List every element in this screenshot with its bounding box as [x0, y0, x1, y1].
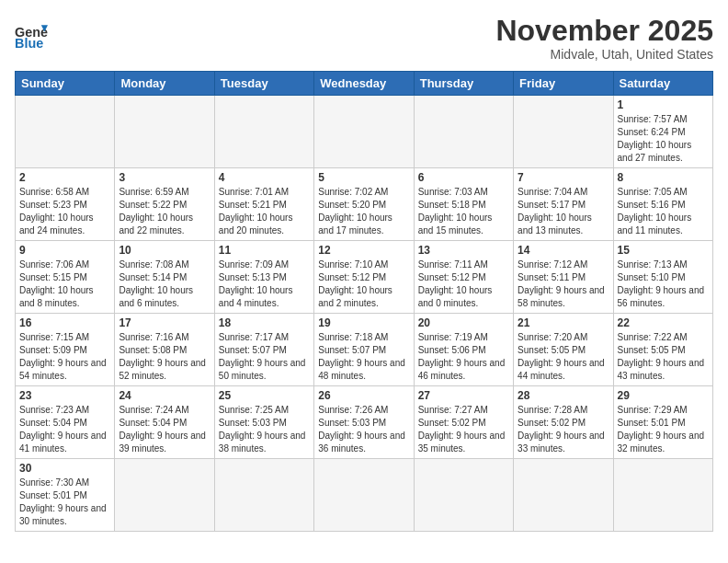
- title-block: November 2025 Midvale, Utah, United Stat…: [495, 15, 713, 62]
- calendar-table: SundayMondayTuesdayWednesdayThursdayFrid…: [15, 71, 713, 532]
- day-number: 25: [219, 389, 310, 402]
- calendar-cell: 21Sunrise: 7:20 AM Sunset: 5:05 PM Dayli…: [514, 314, 613, 386]
- day-info: Sunrise: 7:24 AM Sunset: 5:04 PM Dayligh…: [119, 404, 210, 455]
- day-number: 5: [318, 171, 409, 184]
- day-info: Sunrise: 7:18 AM Sunset: 5:07 PM Dayligh…: [318, 331, 409, 383]
- weekday-header-thursday: Thursday: [414, 72, 513, 96]
- location: Midvale, Utah, United States: [495, 47, 713, 62]
- day-info: Sunrise: 7:08 AM Sunset: 5:14 PM Dayligh…: [119, 259, 210, 310]
- day-info: Sunrise: 7:09 AM Sunset: 5:13 PM Dayligh…: [219, 259, 310, 310]
- calendar-cell: 14Sunrise: 7:12 AM Sunset: 5:11 PM Dayli…: [514, 241, 613, 314]
- week-row-1: 1Sunrise: 7:57 AM Sunset: 6:24 PM Daylig…: [16, 96, 713, 168]
- calendar-cell: 11Sunrise: 7:09 AM Sunset: 5:13 PM Dayli…: [214, 241, 313, 314]
- week-row-6: 30Sunrise: 7:30 AM Sunset: 5:01 PM Dayli…: [16, 459, 713, 532]
- weekday-header-wednesday: Wednesday: [314, 72, 414, 96]
- day-number: 21: [518, 316, 609, 329]
- calendar-cell: 13Sunrise: 7:11 AM Sunset: 5:12 PM Dayli…: [414, 241, 513, 314]
- day-number: 23: [19, 389, 110, 402]
- weekday-header-monday: Monday: [115, 72, 214, 96]
- calendar-cell: [314, 459, 414, 532]
- week-row-4: 16Sunrise: 7:15 AM Sunset: 5:09 PM Dayli…: [16, 314, 713, 386]
- calendar-cell: 3Sunrise: 6:59 AM Sunset: 5:22 PM Daylig…: [115, 168, 214, 241]
- calendar-cell: 10Sunrise: 7:08 AM Sunset: 5:14 PM Dayli…: [115, 241, 214, 314]
- day-info: Sunrise: 7:04 AM Sunset: 5:17 PM Dayligh…: [518, 186, 609, 237]
- day-number: 13: [418, 244, 509, 257]
- day-info: Sunrise: 7:26 AM Sunset: 5:03 PM Dayligh…: [318, 404, 409, 455]
- day-number: 19: [318, 316, 409, 329]
- calendar-cell: 15Sunrise: 7:13 AM Sunset: 5:10 PM Dayli…: [613, 241, 712, 314]
- day-number: 22: [618, 316, 709, 329]
- calendar-cell: [414, 96, 513, 168]
- calendar-cell: 9Sunrise: 7:06 AM Sunset: 5:15 PM Daylig…: [16, 241, 115, 314]
- day-info: Sunrise: 7:23 AM Sunset: 5:04 PM Dayligh…: [19, 404, 110, 455]
- day-info: Sunrise: 7:29 AM Sunset: 5:01 PM Dayligh…: [618, 404, 709, 455]
- day-number: 18: [219, 316, 310, 329]
- day-info: Sunrise: 7:01 AM Sunset: 5:21 PM Dayligh…: [219, 186, 310, 237]
- day-info: Sunrise: 7:28 AM Sunset: 5:02 PM Dayligh…: [518, 404, 609, 455]
- day-number: 6: [418, 171, 509, 184]
- logo-icon: General Blue: [15, 18, 48, 52]
- day-info: Sunrise: 7:11 AM Sunset: 5:12 PM Dayligh…: [418, 259, 509, 310]
- svg-text:Blue: Blue: [15, 36, 43, 51]
- calendar-cell: 28Sunrise: 7:28 AM Sunset: 5:02 PM Dayli…: [514, 386, 613, 459]
- day-number: 2: [19, 171, 110, 184]
- calendar-cell: 16Sunrise: 7:15 AM Sunset: 5:09 PM Dayli…: [16, 314, 115, 386]
- weekday-header-tuesday: Tuesday: [214, 72, 313, 96]
- calendar-cell: 2Sunrise: 6:58 AM Sunset: 5:23 PM Daylig…: [16, 168, 115, 241]
- day-number: 27: [418, 389, 509, 402]
- day-info: Sunrise: 7:27 AM Sunset: 5:02 PM Dayligh…: [418, 404, 509, 455]
- day-info: Sunrise: 7:57 AM Sunset: 6:24 PM Dayligh…: [618, 113, 709, 165]
- day-info: Sunrise: 7:20 AM Sunset: 5:05 PM Dayligh…: [518, 331, 609, 383]
- day-number: 15: [618, 244, 709, 257]
- weekday-header-row: SundayMondayTuesdayWednesdayThursdayFrid…: [16, 72, 713, 96]
- day-number: 28: [518, 389, 609, 402]
- weekday-header-saturday: Saturday: [613, 72, 712, 96]
- logo: General Blue: [15, 15, 48, 52]
- day-number: 3: [119, 171, 210, 184]
- calendar-cell: 19Sunrise: 7:18 AM Sunset: 5:07 PM Dayli…: [314, 314, 414, 386]
- calendar-cell: [214, 96, 313, 168]
- day-info: Sunrise: 7:12 AM Sunset: 5:11 PM Dayligh…: [518, 259, 609, 310]
- day-info: Sunrise: 7:19 AM Sunset: 5:06 PM Dayligh…: [418, 331, 509, 383]
- day-info: Sunrise: 7:25 AM Sunset: 5:03 PM Dayligh…: [219, 404, 310, 455]
- day-info: Sunrise: 7:03 AM Sunset: 5:18 PM Dayligh…: [418, 186, 509, 237]
- day-number: 20: [418, 316, 509, 329]
- calendar-cell: 5Sunrise: 7:02 AM Sunset: 5:20 PM Daylig…: [314, 168, 414, 241]
- calendar-cell: 12Sunrise: 7:10 AM Sunset: 5:12 PM Dayli…: [314, 241, 414, 314]
- day-number: 1: [618, 98, 709, 111]
- day-info: Sunrise: 7:13 AM Sunset: 5:10 PM Dayligh…: [618, 259, 709, 310]
- day-info: Sunrise: 7:10 AM Sunset: 5:12 PM Dayligh…: [318, 259, 409, 310]
- month-title: November 2025: [495, 15, 713, 47]
- day-number: 9: [19, 244, 110, 257]
- calendar-cell: 29Sunrise: 7:29 AM Sunset: 5:01 PM Dayli…: [613, 386, 712, 459]
- day-number: 30: [19, 462, 110, 475]
- day-info: Sunrise: 7:17 AM Sunset: 5:07 PM Dayligh…: [219, 331, 310, 383]
- calendar-cell: 24Sunrise: 7:24 AM Sunset: 5:04 PM Dayli…: [115, 386, 214, 459]
- day-info: Sunrise: 7:15 AM Sunset: 5:09 PM Dayligh…: [19, 331, 110, 383]
- day-info: Sunrise: 6:59 AM Sunset: 5:22 PM Dayligh…: [119, 186, 210, 237]
- calendar-cell: 7Sunrise: 7:04 AM Sunset: 5:17 PM Daylig…: [514, 168, 613, 241]
- page-header: General Blue November 2025 Midvale, Utah…: [15, 15, 713, 62]
- day-info: Sunrise: 7:06 AM Sunset: 5:15 PM Dayligh…: [19, 259, 110, 310]
- day-number: 12: [318, 244, 409, 257]
- calendar-cell: 25Sunrise: 7:25 AM Sunset: 5:03 PM Dayli…: [214, 386, 313, 459]
- day-number: 11: [219, 244, 310, 257]
- calendar-cell: 27Sunrise: 7:27 AM Sunset: 5:02 PM Dayli…: [414, 386, 513, 459]
- calendar-cell: 23Sunrise: 7:23 AM Sunset: 5:04 PM Dayli…: [16, 386, 115, 459]
- calendar-cell: 18Sunrise: 7:17 AM Sunset: 5:07 PM Dayli…: [214, 314, 313, 386]
- calendar-cell: 1Sunrise: 7:57 AM Sunset: 6:24 PM Daylig…: [613, 96, 712, 168]
- day-number: 7: [518, 171, 609, 184]
- day-number: 26: [318, 389, 409, 402]
- calendar-cell: 26Sunrise: 7:26 AM Sunset: 5:03 PM Dayli…: [314, 386, 414, 459]
- calendar-cell: 30Sunrise: 7:30 AM Sunset: 5:01 PM Dayli…: [16, 459, 115, 532]
- day-number: 14: [518, 244, 609, 257]
- calendar-cell: [414, 459, 513, 532]
- day-number: 17: [119, 316, 210, 329]
- week-row-2: 2Sunrise: 6:58 AM Sunset: 5:23 PM Daylig…: [16, 168, 713, 241]
- calendar-cell: 8Sunrise: 7:05 AM Sunset: 5:16 PM Daylig…: [613, 168, 712, 241]
- week-row-5: 23Sunrise: 7:23 AM Sunset: 5:04 PM Dayli…: [16, 386, 713, 459]
- calendar-cell: 22Sunrise: 7:22 AM Sunset: 5:05 PM Dayli…: [613, 314, 712, 386]
- day-number: 24: [119, 389, 210, 402]
- day-number: 4: [219, 171, 310, 184]
- calendar-cell: [314, 96, 414, 168]
